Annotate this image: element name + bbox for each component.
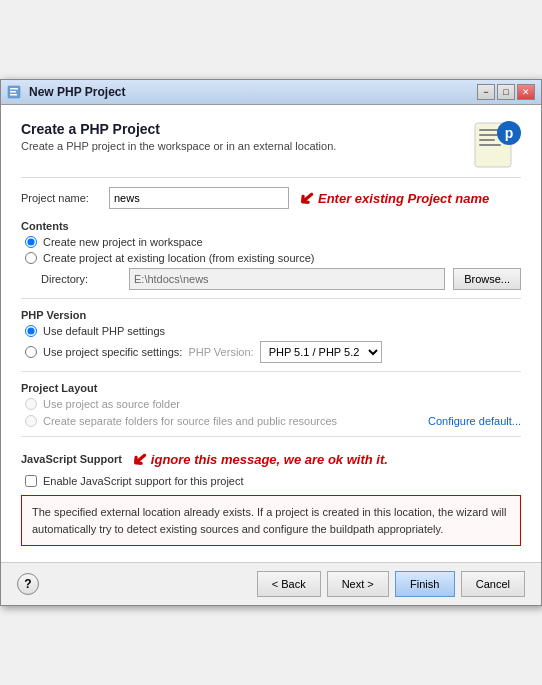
title-bar-controls: − □ ✕ (477, 84, 535, 100)
dialog-header: Create a PHP Project Create a PHP projec… (21, 121, 521, 169)
svg-text:p: p (505, 125, 514, 141)
title-bar-text: New PHP Project (29, 85, 471, 99)
directory-label: Directory: (41, 273, 121, 285)
separate-folders-label: Create separate folders for source files… (43, 415, 337, 427)
separate-folders-radio[interactable] (25, 415, 37, 427)
separate-folders-radio-row: Create separate folders for source files… (25, 414, 521, 428)
workspace-radio-label: Create new project in workspace (43, 236, 203, 248)
default-php-label: Use default PHP settings (43, 325, 165, 337)
dialog-footer: ? < Back Next > Finish Cancel (1, 562, 541, 605)
contents-label: Contents (21, 220, 521, 232)
svg-rect-7 (479, 139, 495, 141)
dialog-subtitle: Create a PHP project in the workspace or… (21, 140, 336, 152)
title-bar: New PHP Project − □ ✕ (1, 80, 541, 105)
php-version-select[interactable]: PHP 5.1 / PHP 5.2 (260, 341, 382, 363)
project-name-input[interactable] (109, 187, 289, 209)
contents-separator (21, 298, 521, 299)
js-annotation-text: ignore this message, we are ok with it. (151, 452, 388, 467)
specific-php-radio-row: Use project specific settings: PHP Versi… (25, 341, 521, 363)
source-folder-radio[interactable] (25, 398, 37, 410)
browse-button[interactable]: Browse... (453, 268, 521, 290)
finish-button[interactable]: Finish (395, 571, 455, 597)
default-php-radio-row: Use default PHP settings (25, 325, 521, 337)
project-layout-label: Project Layout (21, 382, 521, 394)
php-version-radio-group: Use default PHP settings Use project spe… (25, 325, 521, 363)
enable-js-checkbox[interactable] (25, 475, 37, 487)
source-folder-radio-row: Use project as source folder (25, 398, 521, 410)
javascript-label-row: JavaScript Support ➜ ignore this message… (21, 447, 521, 471)
svg-rect-2 (10, 91, 16, 93)
project-layout-section: Project Layout Use project as source fol… (21, 382, 521, 428)
php-version-prefix-label: PHP Version: (188, 346, 253, 358)
next-button[interactable]: Next > (327, 571, 389, 597)
main-window: New PHP Project − □ ✕ Create a PHP Proje… (0, 79, 542, 606)
existing-location-radio[interactable] (25, 252, 37, 264)
project-name-annotation-text: Enter existing Project name (318, 191, 489, 206)
warning-box: The specified external location already … (21, 495, 521, 546)
project-name-section: Project name: ➜ Enter existing Project n… (21, 186, 521, 210)
close-button[interactable]: ✕ (517, 84, 535, 100)
specific-php-label: Use project specific settings: (43, 346, 182, 358)
svg-rect-8 (479, 144, 501, 146)
enable-js-label: Enable JavaScript support for this proje… (43, 475, 244, 487)
workspace-radio[interactable] (25, 236, 37, 248)
annotation-arrow-icon: ➜ (291, 183, 319, 212)
enable-js-checkbox-row: Enable JavaScript support for this proje… (25, 475, 521, 487)
help-button[interactable]: ? (17, 573, 39, 595)
svg-rect-1 (10, 88, 18, 90)
project-layout-radio-group: Use project as source folder Create sepa… (25, 398, 521, 428)
project-name-label: Project name: (21, 192, 101, 204)
dialog-title: Create a PHP Project (21, 121, 336, 137)
php-version-section: PHP Version Use default PHP settings Use… (21, 309, 521, 363)
source-folder-label: Use project as source folder (43, 398, 180, 410)
php-version-label: PHP Version (21, 309, 521, 321)
footer-left: ? (17, 573, 39, 595)
js-annotation-container: ➜ ignore this message, we are ok with it… (130, 447, 388, 471)
maximize-button[interactable]: □ (497, 84, 515, 100)
dialog-content: Create a PHP Project Create a PHP projec… (1, 105, 541, 562)
svg-rect-3 (10, 94, 17, 96)
workspace-radio-row: Create new project in workspace (25, 236, 521, 248)
footer-buttons: < Back Next > Finish Cancel (257, 571, 525, 597)
javascript-support-label: JavaScript Support (21, 453, 122, 465)
contents-radio-group: Create new project in workspace Create p… (25, 236, 521, 264)
js-annotation-arrow-icon: ➜ (124, 444, 152, 473)
configure-default-link[interactable]: Configure default... (428, 415, 521, 427)
svg-rect-5 (479, 129, 499, 131)
minimize-button[interactable]: − (477, 84, 495, 100)
directory-row: Directory: Browse... (41, 268, 521, 290)
header-separator (21, 177, 521, 178)
warning-text: The specified external location already … (32, 506, 506, 535)
back-button[interactable]: < Back (257, 571, 321, 597)
cancel-button[interactable]: Cancel (461, 571, 525, 597)
php-version-separator (21, 371, 521, 372)
dialog-header-text: Create a PHP Project Create a PHP projec… (21, 121, 336, 152)
existing-location-radio-label: Create project at existing location (fro… (43, 252, 314, 264)
project-name-row: Project name: ➜ Enter existing Project n… (21, 186, 521, 210)
javascript-support-section: JavaScript Support ➜ ignore this message… (21, 447, 521, 487)
php-logo: p (473, 121, 521, 169)
specific-php-radio[interactable] (25, 346, 37, 358)
existing-location-radio-row: Create project at existing location (fro… (25, 252, 521, 264)
directory-input[interactable] (129, 268, 445, 290)
contents-section: Contents Create new project in workspace… (21, 220, 521, 290)
layout-separator (21, 436, 521, 437)
window-icon (7, 84, 23, 100)
project-name-annotation-container: ➜ Enter existing Project name (297, 186, 489, 210)
default-php-radio[interactable] (25, 325, 37, 337)
